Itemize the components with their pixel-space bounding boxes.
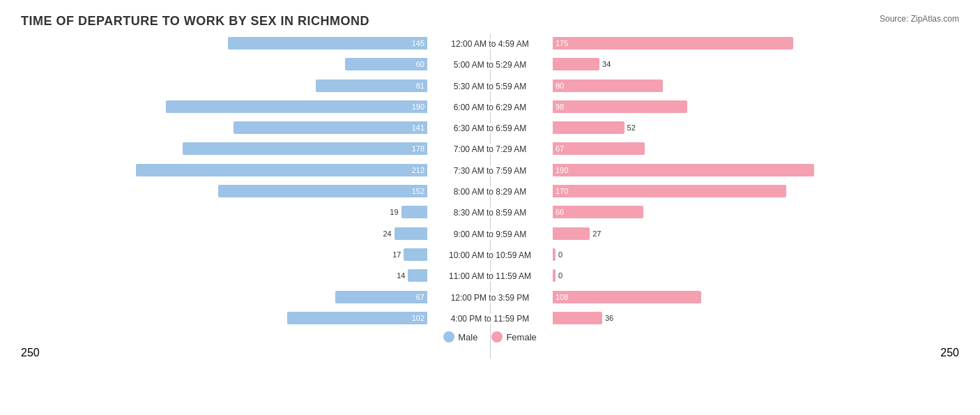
male-value-label: 81 <box>416 82 424 90</box>
axis-max-label: 250 <box>940 347 959 359</box>
female-value-label: 67 <box>556 144 564 153</box>
time-label: 7:00 AM to 7:29 AM <box>452 144 528 154</box>
right-section: 0 <box>553 266 959 285</box>
female-value-label: 108 <box>556 293 568 301</box>
legend-female: Female <box>491 331 536 342</box>
male-value-label: 24 <box>383 229 391 238</box>
bar-male: 141 <box>233 121 427 134</box>
right-section: 27 <box>553 225 959 243</box>
time-label: 7:30 AM to 7:59 AM <box>452 166 528 176</box>
time-label: 10:00 AM to 10:59 AM <box>447 250 533 260</box>
legend-male-label: Male <box>458 332 477 342</box>
left-section: 145 <box>21 34 427 52</box>
right-section: 52 <box>553 119 959 137</box>
left-section: 14 <box>21 266 427 285</box>
bar-female: 175 <box>553 37 793 50</box>
bar-male: 152 <box>218 185 427 197</box>
right-section: 108 <box>553 288 959 306</box>
axis-min-label: 250 <box>21 347 40 359</box>
chart-container: TIME OF DEPARTURE TO WORK BY SEX IN RICH… <box>0 0 980 415</box>
legend-female-label: Female <box>506 332 536 342</box>
bar-male: 102 <box>287 312 427 324</box>
bar-female <box>553 58 599 70</box>
bar-male: 145 <box>228 37 427 50</box>
bar-female <box>553 227 590 240</box>
bar-male <box>404 248 427 261</box>
right-section: 66 <box>553 203 959 221</box>
male-value-label: 145 <box>412 39 424 47</box>
female-value-label: 80 <box>556 82 564 90</box>
male-value-label: 212 <box>412 166 424 174</box>
male-value-label: 152 <box>412 187 424 195</box>
bar-male: 60 <box>345 58 427 70</box>
chart-title: TIME OF DEPARTURE TO WORK BY SEX IN RICH… <box>21 14 959 29</box>
right-section: 36 <box>553 309 959 327</box>
bar-female <box>553 269 556 282</box>
time-label: 8:00 AM to 8:29 AM <box>452 187 528 197</box>
time-label: 5:30 AM to 5:59 AM <box>452 82 528 91</box>
female-value-label: 34 <box>602 60 611 68</box>
bar-female: 98 <box>553 100 687 113</box>
left-section: 17 <box>21 246 427 264</box>
time-label: 8:30 AM to 8:59 AM <box>452 208 528 218</box>
male-value-label: 19 <box>390 208 398 216</box>
female-value-label: 175 <box>556 39 568 47</box>
right-section: 190 <box>553 161 959 179</box>
left-section: 178 <box>21 139 427 158</box>
bar-male: 190 <box>166 100 427 113</box>
female-value-label: 170 <box>556 187 568 195</box>
chart-area: 145 12:00 AM to 4:59 AM 175 60 <box>21 34 959 359</box>
male-value-label: 14 <box>397 271 405 280</box>
bar-male: 212 <box>136 164 427 176</box>
legend-male-box <box>443 331 454 342</box>
male-value-label: 141 <box>412 123 424 132</box>
bar-female: 170 <box>553 185 786 197</box>
time-label: 4:00 PM to 11:59 PM <box>450 314 531 324</box>
left-section: 81 <box>21 77 427 95</box>
legend-male: Male <box>443 331 477 342</box>
time-label: 6:30 AM to 6:59 AM <box>452 123 528 133</box>
bar-female: 190 <box>553 164 814 176</box>
left-section: 24 <box>21 225 427 243</box>
bar-female: 80 <box>553 80 663 92</box>
female-value-label: 190 <box>556 166 568 174</box>
left-section: 141 <box>21 119 427 137</box>
bar-male <box>395 227 427 240</box>
female-value-label: 36 <box>605 314 613 322</box>
right-section: 98 <box>553 98 959 116</box>
time-label: 9:00 AM to 9:59 AM <box>452 229 528 239</box>
legend-female-box <box>491 331 503 342</box>
female-value-label: 52 <box>627 123 636 132</box>
left-section: 190 <box>21 98 427 116</box>
bar-male <box>408 269 427 282</box>
bar-female: 66 <box>553 206 643 218</box>
male-value-label: 178 <box>412 144 424 153</box>
left-section: 67 <box>21 288 427 306</box>
female-value-label: 0 <box>558 250 562 259</box>
bar-female <box>553 312 602 324</box>
bar-male: 67 <box>335 291 427 303</box>
bar-male: 178 <box>183 142 427 155</box>
female-value-label: 66 <box>556 208 564 216</box>
time-label: 12:00 AM to 4:59 AM <box>450 39 530 49</box>
female-value-label: 98 <box>556 103 564 111</box>
bar-female: 67 <box>553 142 645 155</box>
bar-male <box>401 206 427 218</box>
bar-female: 108 <box>553 291 701 303</box>
right-section: 175 <box>553 34 959 52</box>
source-label: Source: ZipAtlas.com <box>880 14 959 24</box>
time-label: 5:00 AM to 5:29 AM <box>452 60 528 70</box>
left-section: 19 <box>21 203 427 221</box>
bar-female <box>553 248 556 261</box>
male-value-label: 60 <box>416 60 424 68</box>
time-label: 11:00 AM to 11:59 AM <box>447 271 533 281</box>
left-section: 102 <box>21 309 427 327</box>
male-value-label: 102 <box>412 314 424 322</box>
male-value-label: 190 <box>412 103 424 111</box>
left-section: 212 <box>21 161 427 179</box>
right-section: 34 <box>553 55 959 73</box>
right-section: 80 <box>553 77 959 95</box>
bar-female <box>553 121 625 134</box>
left-section: 60 <box>21 55 427 73</box>
female-value-label: 27 <box>592 229 601 238</box>
